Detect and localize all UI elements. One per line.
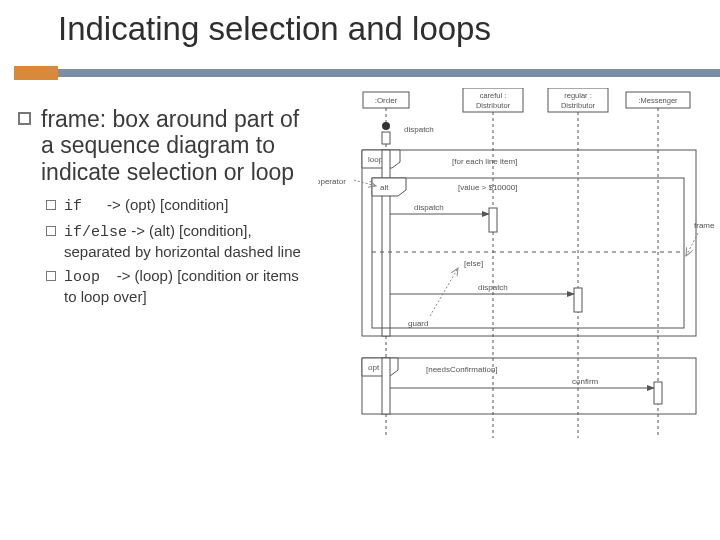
svg-text:[needsConfirmation]: [needsConfirmation] — [426, 365, 498, 374]
annotation-guard: guard — [408, 268, 458, 328]
svg-text:[else]: [else] — [464, 259, 483, 268]
alt-frame: alt [value > $10000] dispatch [else] dis… — [372, 178, 684, 328]
main-bullet-text: frame: box around part of a sequence dia… — [41, 106, 312, 185]
found-message-dot — [382, 122, 390, 130]
svg-text:confirm: confirm — [572, 377, 599, 386]
annotation-operator: operator — [318, 177, 376, 186]
sub-item-1: if/else -> (alt) [condition], separated … — [64, 221, 312, 262]
svg-rect-28 — [574, 288, 582, 312]
svg-rect-34 — [654, 382, 662, 404]
annotation-frame: frame — [686, 221, 715, 256]
svg-text::Messenger: :Messenger — [638, 96, 678, 105]
opt-frame: opt [needsConfirmation] confirm — [362, 358, 696, 414]
title-rule — [0, 66, 720, 80]
svg-rect-29 — [362, 358, 696, 414]
svg-line-39 — [430, 268, 458, 316]
svg-text:regular :: regular : — [564, 91, 592, 100]
sub-bullet-icon — [46, 226, 56, 236]
text-column: frame: box around part of a sequence dia… — [18, 106, 318, 311]
svg-rect-35 — [382, 358, 390, 414]
svg-rect-18 — [372, 178, 684, 328]
sequence-diagram: :Order careful : Distributor regular : D… — [318, 88, 718, 448]
bullet-square-icon — [18, 112, 31, 125]
svg-text:careful :: careful : — [480, 91, 507, 100]
dispatch-activation — [382, 132, 390, 144]
svg-text:guard: guard — [408, 319, 428, 328]
page-title: Indicating selection and loops — [0, 0, 720, 66]
dispatch-label-top: dispatch — [404, 125, 434, 134]
svg-text:loop: loop — [368, 155, 384, 164]
svg-text:[value > $10000]: [value > $10000] — [458, 183, 517, 192]
sub-item-0: if -> (opt) [condition] — [64, 195, 228, 217]
svg-text:dispatch: dispatch — [414, 203, 444, 212]
svg-text:dispatch: dispatch — [478, 283, 508, 292]
svg-text:Distributor: Distributor — [561, 101, 596, 110]
svg-text:frame: frame — [694, 221, 715, 230]
svg-text::Order: :Order — [375, 96, 398, 105]
sub-bullet-icon — [46, 200, 56, 210]
svg-text:operator: operator — [318, 177, 346, 186]
svg-text:alt: alt — [380, 183, 389, 192]
sub-item-2: loop -> (loop) [condition or items to lo… — [64, 266, 312, 307]
sub-bullet-icon — [46, 271, 56, 281]
svg-text:opt: opt — [368, 363, 380, 372]
svg-text:Distributor: Distributor — [476, 101, 511, 110]
svg-rect-23 — [489, 208, 497, 232]
svg-text:[for each line item]: [for each line item] — [452, 157, 517, 166]
